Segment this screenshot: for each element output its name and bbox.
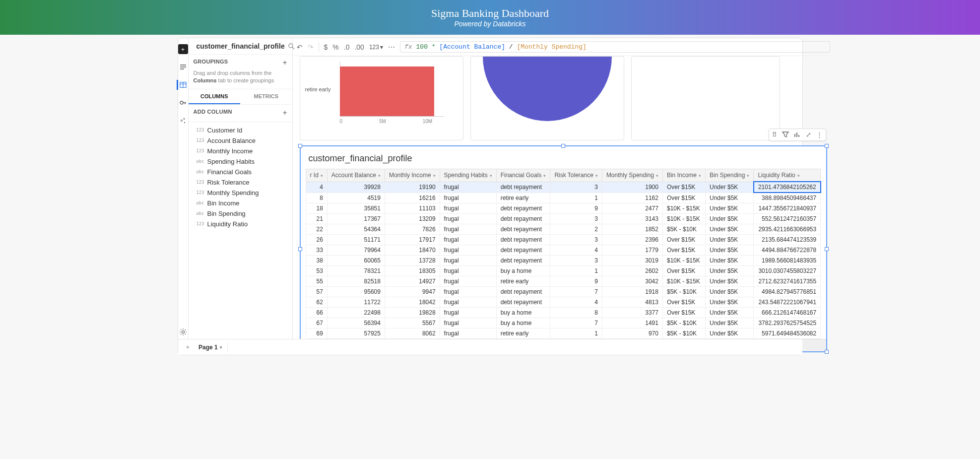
column-item[interactable]: 123Account Balance [194, 135, 287, 146]
column-header[interactable]: Spending Habits▾ [440, 169, 496, 182]
add-grouping-button[interactable]: + [283, 59, 287, 66]
menu-icon[interactable] [178, 62, 188, 72]
banner-title: Sigma Banking Dashboard [431, 7, 549, 20]
page-tab-1[interactable]: Page 1 ▾ [194, 342, 228, 353]
undo-button[interactable]: ↶ [297, 43, 303, 51]
sparkle-icon[interactable] [178, 116, 188, 126]
svg-point-2 [182, 331, 184, 333]
column-item[interactable]: 123Risk Tolerance [194, 177, 287, 188]
column-item[interactable]: abcSpending Habits [194, 156, 287, 167]
column-header[interactable]: Financial Goals▾ [496, 169, 550, 182]
canvas[interactable]: retire early 0 5M 10M 15M [293, 56, 834, 355]
banner-subtitle: Powered by Databricks [455, 20, 526, 28]
decimal-dec-button[interactable]: .0 [344, 43, 350, 51]
add-column-label: ADD COLUMN [194, 109, 232, 117]
add-column-button[interactable]: + [283, 109, 287, 117]
table-row[interactable]: 662249819828frugalbuy a home83377Over $1… [306, 308, 821, 318]
tab-metrics[interactable]: METRICS [240, 89, 292, 104]
formula-bar[interactable]: fx 100 * [Account Balance] / [Monthly Sp… [400, 41, 830, 53]
table-widget[interactable]: ⠿ ⤢ ⋮ customer_financial_profile r Id▾Ac… [300, 145, 827, 352]
column-list: 123Customer Id123Account Balance123Month… [189, 122, 292, 341]
more-button[interactable]: ⋯ [388, 43, 395, 51]
app-window: + customer_financial_profile GROUPINGS +… [178, 38, 803, 355]
column-header[interactable]: Bin Income▾ [662, 169, 705, 182]
page-tabs: + Page 1 ▾ [178, 339, 802, 355]
key-icon[interactable] [178, 98, 188, 108]
column-item[interactable]: 123Customer Id [194, 125, 287, 135]
table-title[interactable]: customer_financial_profile [301, 146, 826, 169]
groupings-label: GROUPINGS [194, 59, 228, 66]
table-row[interactable]: 386006513728frugaldebt repayment33019$10… [306, 256, 821, 266]
column-header[interactable]: r Id▾ [306, 169, 327, 182]
table-row[interactable]: 67563945567frugalbuy a home71491$5K - $1… [306, 318, 821, 328]
number-format-dropdown[interactable]: 123 ▾ [369, 44, 383, 51]
table-row[interactable]: 211736713209frugaldebt repayment33143$10… [306, 214, 821, 224]
side-panel: customer_financial_profile GROUPINGS + D… [189, 38, 293, 355]
column-item[interactable]: 123Monthly Spending [194, 188, 287, 198]
gear-icon[interactable] [178, 327, 188, 337]
expand-icon[interactable]: ⤢ [806, 131, 811, 138]
table-row[interactable]: 8451916216frugalretire early11162Over $1… [306, 193, 821, 203]
column-item[interactable]: abcBin Income [194, 198, 287, 208]
bar-segment [340, 66, 434, 116]
filter-icon[interactable] [782, 131, 789, 138]
groupings-section: GROUPINGS + Drag and drop columns from t… [189, 55, 292, 89]
column-item[interactable]: abcFinancial Goals [194, 167, 287, 177]
table-row[interactable]: 265117117917frugaldebt repayment32396Ove… [306, 235, 821, 245]
percent-button[interactable]: % [332, 43, 338, 51]
panel-tabs: COLUMNS METRICS [189, 89, 292, 105]
add-page-button[interactable]: + [182, 343, 194, 351]
currency-button[interactable]: $ [324, 43, 328, 51]
dataset-title: customer_financial_profile [196, 42, 285, 50]
pie-chart-widget[interactable] [470, 56, 624, 140]
chevron-down-icon[interactable]: ▾ [220, 345, 222, 350]
add-element-button[interactable]: + [178, 44, 188, 54]
svg-point-1 [180, 101, 183, 104]
table-row[interactable]: 558251814927frugalretire early93042$10K … [306, 276, 821, 287]
bar-chart-widget[interactable]: retire early 0 5M 10M 15M [300, 56, 463, 140]
tab-columns[interactable]: COLUMNS [189, 89, 241, 104]
column-header[interactable]: Bin Spending▾ [705, 169, 753, 182]
bar-category-label: retire early [305, 86, 331, 92]
column-header[interactable]: Account Balance▾ [327, 169, 385, 182]
table-row[interactable]: 537832118305frugalbuy a home12602Over $1… [306, 266, 821, 276]
toolbar: ↶ ↷ $ % .0 .00 123 ▾ ⋯ fx 100 * [Account… [293, 38, 834, 56]
pie-segment [483, 57, 612, 121]
table-row[interactable]: 22543647826frugaldebt repayment21852$5K … [306, 224, 821, 235]
table-row[interactable]: 69579258062frugalretire early1970$5K - $… [306, 328, 821, 339]
banner: Sigma Banking Dashboard Powered by Datab… [0, 0, 980, 35]
table-row[interactable]: 57956099947frugaldebt repayment71918$5K … [306, 287, 821, 297]
fx-icon: fx [404, 43, 412, 51]
drag-handle-icon[interactable]: ⠿ [772, 131, 777, 138]
table-row[interactable]: 621172218042frugaldebt repayment44813Ove… [306, 297, 821, 308]
column-header[interactable]: Risk Tolerance▾ [550, 169, 602, 182]
widget-toolbar: ⠿ ⤢ ⋮ [769, 129, 826, 141]
empty-widget[interactable] [631, 56, 780, 140]
table-row[interactable]: 43992819190frugaldebt repayment31900Over… [306, 182, 821, 193]
column-header[interactable]: Liquidity Ratio▾ [754, 169, 821, 182]
chart-icon[interactable] [794, 131, 801, 138]
main-area: ↶ ↷ $ % .0 .00 123 ▾ ⋯ fx 100 * [Account… [293, 38, 834, 355]
formula-text: 100 * [Account Balance] / [Monthly Spend… [416, 43, 587, 51]
table-icon[interactable] [177, 80, 187, 90]
column-item[interactable]: 123Monthly Income [194, 146, 287, 156]
icon-rail: + [178, 38, 189, 355]
column-item[interactable]: abcBin Spending [194, 208, 287, 219]
table-row[interactable]: 183585111103frugaldebt repayment92477$10… [306, 203, 821, 214]
data-table: r Id▾Account Balance▾Monthly Income▾Spen… [306, 169, 821, 339]
svg-point-7 [289, 44, 293, 48]
column-header[interactable]: Monthly Spending▾ [602, 169, 662, 182]
column-item[interactable]: 123Liquidity Ratio [194, 219, 287, 229]
column-header[interactable]: Monthly Income▾ [385, 169, 440, 182]
table-row[interactable]: 337996418470frugaldebt repayment41779Ove… [306, 245, 821, 256]
panel-header: customer_financial_profile [189, 38, 292, 55]
kebab-icon[interactable]: ⋮ [816, 131, 823, 138]
groupings-hint: Drag and drop columns from the Columns t… [194, 69, 287, 85]
decimal-inc-button[interactable]: .00 [354, 43, 364, 51]
redo-button[interactable]: ↷ [308, 43, 314, 51]
